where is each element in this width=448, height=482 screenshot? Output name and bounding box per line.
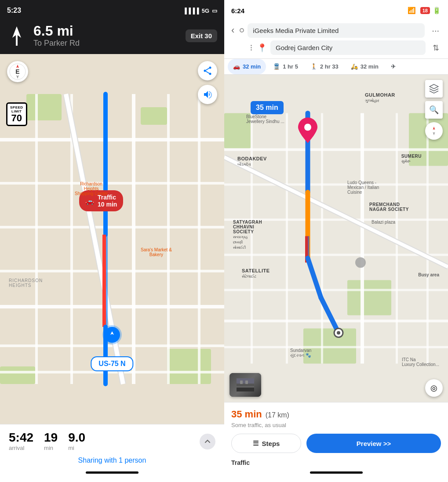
turn-arrow-icon bbox=[7, 24, 26, 48]
svg-rect-3 bbox=[0, 366, 35, 384]
search-button-right[interactable]: 🔍 bbox=[425, 101, 443, 119]
arrival-value: 5:42 bbox=[9, 431, 33, 444]
svg-rect-5 bbox=[0, 138, 224, 141]
traffic-delay: 10 min bbox=[98, 201, 117, 208]
speed-limit-number: 70 bbox=[10, 113, 23, 123]
svg-rect-1 bbox=[26, 94, 62, 120]
area-label-richardson: RICHARDSONHEIGHTS bbox=[9, 278, 43, 288]
preview-label: Preview >> bbox=[357, 440, 391, 447]
apple-map: E SPEEDLIMIT 70 bbox=[0, 54, 224, 424]
svg-rect-45 bbox=[361, 113, 364, 364]
svg-rect-44 bbox=[321, 113, 323, 364]
tab-bike[interactable]: 🛵 32 min bbox=[346, 59, 384, 74]
location-dot bbox=[104, 327, 120, 343]
right-icons-left: ▐▐▐▐ 5G ▭ bbox=[183, 7, 217, 14]
search-icon-right: 🔍 bbox=[429, 105, 439, 115]
svg-rect-65 bbox=[245, 381, 248, 384]
route-info-right: 35 min (17 km) Some traffic, as usual ☰ … bbox=[224, 402, 448, 482]
traffic-section-label: Traffic bbox=[231, 457, 441, 466]
drive-time: 32 min bbox=[243, 63, 261, 70]
compass-left: E bbox=[7, 61, 28, 82]
transport-tabs: 🚗 32 min 🚆 1 hr 5 🚶 2 hr 33 🛵 32 min ✈ bbox=[224, 59, 448, 75]
svg-rect-9 bbox=[0, 305, 224, 308]
svg-point-26 bbox=[204, 70, 206, 72]
chevron-up-button[interactable] bbox=[200, 434, 215, 449]
apple-maps-panel: 5:23 ▐▐▐▐ 5G ▭ 6.5 mi To Parker Rd Exit … bbox=[0, 0, 224, 482]
action-buttons: ☰ Steps Preview >> bbox=[231, 434, 441, 453]
svg-rect-41 bbox=[224, 346, 448, 348]
nav-info: 6.5 mi To Parker Rd bbox=[33, 24, 178, 48]
nav-street: To Parker Rd bbox=[33, 39, 178, 48]
svg-line-28 bbox=[206, 71, 209, 73]
home-indicator-right bbox=[231, 466, 441, 478]
destination-input[interactable] bbox=[270, 40, 426, 55]
bike-time: 32 min bbox=[361, 63, 379, 70]
speed-limit-sign: SPEEDLIMIT 70 bbox=[6, 102, 27, 126]
preview-button[interactable]: Preview >> bbox=[306, 434, 441, 453]
compass-right[interactable] bbox=[425, 122, 443, 140]
battery-icon-left: ▭ bbox=[212, 7, 217, 14]
svg-rect-12 bbox=[35, 94, 38, 384]
tab-drive[interactable]: 🚗 32 min bbox=[228, 59, 266, 74]
svg-rect-4 bbox=[167, 349, 211, 384]
svg-rect-33 bbox=[347, 280, 391, 315]
route-stats: 5:42 arrival 19 min 9.0 mi bbox=[9, 431, 215, 451]
bottom-bar-left: 5:42 arrival 19 min 9.0 mi Sharing with … bbox=[0, 424, 224, 482]
svg-rect-15 bbox=[167, 94, 170, 384]
street-view-image bbox=[229, 373, 261, 397]
svg-point-57 bbox=[337, 331, 340, 335]
steps-icon: ☰ bbox=[253, 439, 259, 447]
miles-value: 9.0 bbox=[68, 431, 85, 444]
miles-label: mi bbox=[68, 445, 85, 451]
svg-rect-16 bbox=[198, 94, 200, 384]
status-bar-right: 6:24 📶 18 🔋 bbox=[224, 0, 448, 19]
google-map: 35 min GULMOHARગુલ્મોહાર BODAKDEVબોડકદેવ… bbox=[224, 75, 448, 402]
exit-badge: Exit 30 bbox=[186, 29, 217, 42]
svg-rect-10 bbox=[0, 344, 224, 347]
origin-row: ‹ ··· bbox=[229, 23, 443, 38]
svg-rect-6 bbox=[0, 182, 224, 185]
back-button[interactable]: ‹ bbox=[229, 23, 236, 38]
swap-route-button[interactable]: ⇅ bbox=[429, 41, 443, 54]
more-options-button[interactable]: ··· bbox=[428, 24, 443, 37]
steps-button[interactable]: ☰ Steps bbox=[231, 434, 301, 453]
battery-badge: 18 bbox=[420, 7, 430, 14]
battery-icon-right: 🔋 bbox=[433, 7, 441, 14]
svg-rect-32 bbox=[224, 113, 251, 149]
svg-point-59 bbox=[304, 124, 311, 131]
arrival-label: arrival bbox=[9, 445, 33, 451]
walk-time: 2 hr 33 bbox=[320, 63, 339, 70]
wifi-icon: 📶 bbox=[408, 7, 416, 14]
svg-rect-37 bbox=[224, 219, 448, 221]
tab-transit[interactable]: 🚆 1 hr 5 bbox=[268, 59, 303, 74]
walk-icon: 🚶 bbox=[310, 63, 317, 70]
network-type-left: 5G bbox=[202, 7, 209, 14]
drive-icon: 🚗 bbox=[233, 63, 240, 70]
sharing-link[interactable]: Sharing with 1 person bbox=[9, 453, 215, 466]
svg-rect-14 bbox=[132, 94, 135, 384]
layers-button[interactable] bbox=[425, 80, 443, 98]
svg-rect-62 bbox=[237, 387, 254, 391]
svg-line-29 bbox=[206, 68, 209, 70]
nav-header-left: 6.5 mi To Parker Rd Exit 30 bbox=[0, 19, 224, 54]
my-location-button[interactable]: ◎ bbox=[425, 379, 443, 397]
origin-input[interactable] bbox=[248, 23, 425, 38]
share-button-left[interactable] bbox=[198, 61, 217, 80]
svg-rect-8 bbox=[0, 270, 224, 272]
svg-rect-43 bbox=[286, 113, 288, 364]
tab-walk[interactable]: 🚶 2 hr 33 bbox=[305, 59, 344, 74]
svg-rect-64 bbox=[240, 381, 243, 384]
origin-dot-icon bbox=[240, 28, 244, 33]
minutes-stat: 19 min bbox=[44, 431, 58, 451]
svg-rect-42 bbox=[251, 113, 253, 364]
eta-bubble: 35 min bbox=[251, 101, 284, 114]
time-right: 6:24 bbox=[231, 7, 244, 14]
audio-button[interactable] bbox=[198, 85, 217, 104]
dest-row: 📍 ⇅ bbox=[229, 40, 443, 55]
status-bar-left: 5:23 ▐▐▐▐ 5G ▭ bbox=[0, 0, 224, 19]
route-distance: (17 km) bbox=[266, 411, 289, 419]
street-view-thumbnail[interactable] bbox=[229, 373, 261, 397]
route-time: 35 min bbox=[231, 409, 262, 420]
tab-flight[interactable]: ✈ bbox=[386, 59, 401, 74]
svg-rect-2 bbox=[141, 107, 167, 125]
